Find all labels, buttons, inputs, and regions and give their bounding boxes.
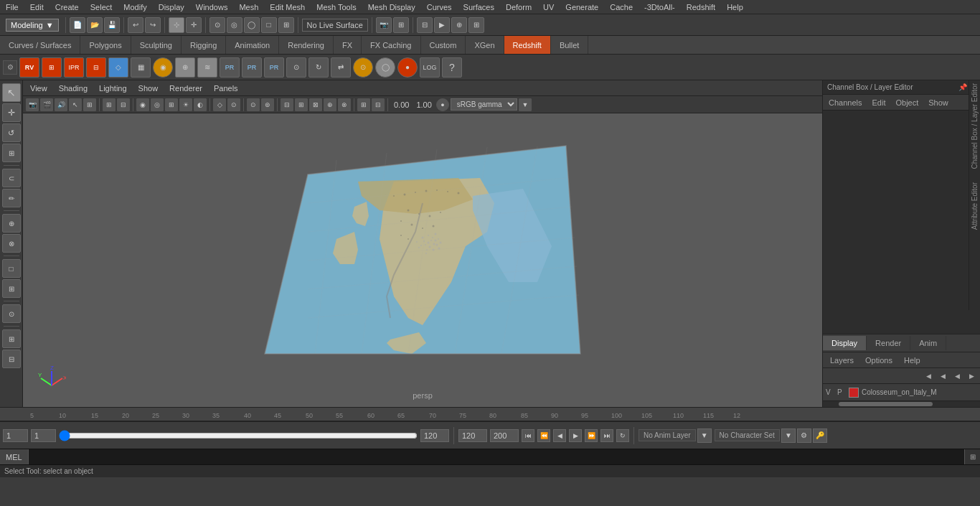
render-view-button[interactable]: ⊞ [468, 17, 484, 33]
play-back-button[interactable]: ◀ [553, 429, 566, 442]
lasso-tool-button[interactable]: ⊂ [2, 169, 21, 187]
viewport-menu-renderer[interactable]: Renderer [166, 83, 205, 94]
loop-button[interactable]: ↻ [616, 429, 629, 442]
vt-light-btn[interactable]: ☀ [179, 98, 192, 111]
menu-item-mesh[interactable]: Mesh [233, 1, 264, 13]
shelf-btn-2[interactable]: ⊞ [42, 57, 62, 78]
vt-record-btn[interactable]: ● [436, 98, 449, 111]
viewport-menu-shading[interactable]: Shading [56, 83, 90, 94]
shelf-btn-5[interactable]: ◇ [108, 57, 128, 78]
viewport-menu-show[interactable]: Show [136, 83, 161, 94]
vt-xray2-btn[interactable]: ⊚ [261, 98, 274, 111]
play-forward-button[interactable]: ▶ [569, 429, 582, 442]
layer-icon-4[interactable]: ▶ [966, 370, 977, 382]
menu-item-3dtoall[interactable]: -3DtoAll- [639, 1, 681, 13]
shelf-btn-9[interactable]: ≋ [197, 57, 217, 78]
vt-select-btn[interactable]: ↖ [69, 98, 82, 111]
menu-item-create[interactable]: Create [50, 1, 85, 13]
select-mode-button[interactable]: ⊹ [169, 17, 184, 33]
camera-button[interactable]: 📷 [376, 17, 392, 33]
paint-tool-button[interactable]: ✏ [2, 189, 21, 207]
rotate-tool-button[interactable]: ↺ [2, 123, 21, 142]
layer-icon-1[interactable]: ◀ [923, 370, 934, 382]
command-input-field[interactable] [29, 449, 964, 464]
layer-icon-3[interactable]: ◀ [951, 370, 963, 382]
tab-polygons[interactable]: Polygons [80, 36, 131, 54]
menu-item-windows[interactable]: Windows [190, 1, 234, 13]
ipr-button[interactable]: ⊕ [451, 17, 467, 33]
cb-tab-edit[interactable]: Edit [869, 97, 888, 108]
viewport-menu-lighting[interactable]: Lighting [96, 83, 130, 94]
frame-range-slider[interactable] [59, 431, 418, 440]
no-live-surface-button[interactable]: No Live Surface [302, 19, 368, 32]
cb-tab-show[interactable]: Show [925, 97, 951, 108]
vt-xray-btn[interactable]: ⊙ [247, 98, 260, 111]
new-file-button[interactable]: 📄 [70, 17, 85, 33]
viewport-menu-panels[interactable]: Panels [211, 83, 241, 94]
vt-snap-btn[interactable]: ⊞ [357, 98, 370, 111]
timeline[interactable]: 5 10 15 20 25 30 35 40 45 50 55 60 65 70… [0, 407, 980, 421]
shelf-btn-6[interactable]: ▦ [131, 57, 151, 78]
save-file-button[interactable]: 💾 [104, 17, 120, 33]
menu-item-mesh-display[interactable]: Mesh Display [362, 1, 421, 13]
max-frame-field[interactable] [458, 429, 487, 442]
soft-mod-button[interactable]: ⊞ [2, 279, 21, 298]
no-anim-layer-dropdown[interactable]: No Anim Layer [639, 429, 696, 441]
select-tool-button[interactable]: ↖ [2, 83, 21, 102]
anim-layer-arrow[interactable]: ▼ [697, 428, 712, 443]
menu-item-file[interactable]: File [0, 1, 24, 13]
shelf-btn-help[interactable]: ? [442, 57, 462, 78]
snap-button[interactable]: ⊕ [2, 214, 21, 233]
camera-options-button[interactable]: ⊞ [393, 17, 409, 33]
go-to-end-button[interactable]: ⏭ [600, 429, 613, 442]
vt-wire-btn[interactable]: ⊞ [83, 98, 96, 111]
viewport-menu-view[interactable]: View [27, 83, 50, 94]
tab-fx[interactable]: FX [334, 36, 362, 54]
open-file-button[interactable]: 📂 [87, 17, 103, 33]
paint-select-button[interactable]: ◎ [227, 17, 242, 33]
tab-fx-caching[interactable]: FX Caching [362, 36, 420, 54]
shelf-btn-7[interactable]: ◉ [153, 57, 173, 78]
shelf-btn-4[interactable]: ⊟ [86, 57, 106, 78]
modeling-dropdown[interactable]: Modeling ▼ [6, 19, 59, 32]
shelf-btn-14[interactable]: ⊙ [353, 57, 373, 78]
go-to-start-button[interactable]: ⏮ [522, 429, 534, 442]
vt-grid2-btn[interactable]: ⊟ [117, 98, 130, 111]
dr-tab-display[interactable]: Display [823, 336, 867, 350]
vt-grid-btn[interactable]: ⊞ [103, 98, 116, 111]
shelf-btn-log[interactable]: LOG [420, 57, 440, 78]
step-forward-button[interactable]: ⏩ [585, 429, 598, 442]
marquee-select-button[interactable]: □ [261, 17, 277, 33]
layer-icon-2[interactable]: ◀ [937, 370, 948, 382]
channel-box-vtab[interactable]: Channel Box / Layer Editor [971, 80, 979, 172]
dr-tab-anim[interactable]: Anim [910, 336, 946, 350]
menu-item-cache[interactable]: Cache [604, 1, 639, 13]
vt-iso-btn[interactable]: ◇ [213, 98, 226, 111]
show-manip-button[interactable]: ⊗ [2, 234, 21, 253]
vt-film-btn[interactable]: 🎬 [40, 98, 53, 111]
menu-item-surfaces[interactable]: Surfaces [458, 1, 500, 13]
rect-select-button[interactable]: □ [2, 259, 21, 278]
vt-motion-btn[interactable]: ⊗ [338, 98, 351, 111]
color-space-dropdown[interactable]: sRGB gamma [451, 98, 517, 111]
menu-item-uv[interactable]: UV [537, 1, 560, 13]
tab-sculpting[interactable]: Sculpting [131, 36, 182, 54]
shelf-btn-ipr[interactable]: IPR [64, 57, 84, 78]
cmd-right-button[interactable]: ⊞ [964, 449, 980, 464]
char-set-arrow[interactable]: ▼ [781, 428, 796, 443]
current-frame-field[interactable] [3, 429, 28, 442]
shelf-btn-pr1[interactable]: PR [220, 57, 240, 78]
soft-select-button[interactable]: ◯ [244, 17, 260, 33]
menu-item-mesh-tools[interactable]: Mesh Tools [311, 1, 362, 13]
panel-horizontal-scrollbar[interactable] [823, 401, 980, 407]
ly-tab-help[interactable]: Help [900, 355, 925, 366]
vt-res-btn[interactable]: ⊠ [309, 98, 322, 111]
scrollbar-thumb[interactable] [839, 402, 933, 406]
menu-item-edit[interactable]: Edit [24, 1, 50, 13]
no-char-set-dropdown[interactable]: No Character Set [715, 429, 780, 441]
vt-subdiv-btn[interactable]: ⊙ [227, 98, 240, 111]
redo-button[interactable]: ↪ [145, 17, 161, 33]
shelf-btn-pr2[interactable]: PR [242, 57, 262, 78]
shelf-btn-8[interactable]: ⊕ [175, 57, 195, 78]
menu-item-redshift[interactable]: Redshift [681, 1, 721, 13]
